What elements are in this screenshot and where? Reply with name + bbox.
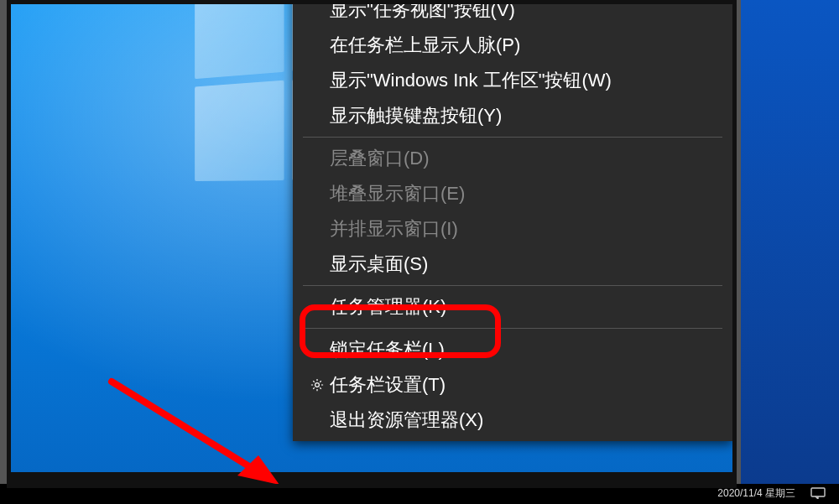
menu-item-show-windows-ink[interactable]: 显示"Windows Ink 工作区"按钮(W) bbox=[293, 63, 732, 98]
menu-divider bbox=[303, 285, 722, 286]
taskbar-context-menu: 显示"任务视图"按钮(V) 在任务栏上显示人脉(P) 显示"Windows In… bbox=[293, 0, 732, 441]
clock-text: 2020/11/4 星期三 bbox=[717, 486, 795, 501]
empty-icon bbox=[305, 247, 330, 282]
empty-icon bbox=[305, 332, 330, 367]
menu-item-label: 显示"Windows Ink 工作区"按钮(W) bbox=[330, 63, 721, 98]
menu-item-label: 任务栏设置(T) bbox=[330, 367, 721, 403]
menu-item-label: 退出资源管理器(X) bbox=[330, 403, 721, 438]
menu-item-stack-windows: 堆叠显示窗口(E) bbox=[293, 176, 732, 211]
menu-item-label: 显示"任务视图"按钮(V) bbox=[330, 0, 721, 28]
empty-icon bbox=[305, 141, 330, 176]
menu-item-show-desktop[interactable]: 显示桌面(S) bbox=[293, 247, 732, 282]
svg-rect-0 bbox=[811, 488, 825, 496]
menu-item-show-taskview[interactable]: 显示"任务视图"按钮(V) bbox=[293, 0, 732, 28]
menu-item-label: 任务管理器(K) bbox=[330, 289, 721, 325]
menu-item-label: 显示桌面(S) bbox=[330, 247, 721, 282]
menu-item-label: 堆叠显示窗口(E) bbox=[330, 176, 721, 211]
empty-icon bbox=[305, 98, 330, 133]
menu-item-cascade-windows: 层叠窗口(D) bbox=[293, 141, 732, 176]
empty-icon bbox=[305, 0, 330, 28]
menu-item-exit-explorer[interactable]: 退出资源管理器(X) bbox=[293, 403, 732, 438]
empty-icon bbox=[305, 28, 330, 63]
gear-icon bbox=[305, 367, 330, 403]
screenshot-frame: 显示"任务视图"按钮(V) 在任务栏上显示人脉(P) 显示"Windows In… bbox=[7, 0, 737, 488]
menu-divider bbox=[303, 328, 722, 329]
notification-icon[interactable] bbox=[810, 487, 826, 499]
menu-item-taskbar-settings[interactable]: 任务栏设置(T) bbox=[293, 367, 732, 403]
menu-item-label: 锁定任务栏(L) bbox=[330, 332, 721, 367]
menu-item-task-manager[interactable]: 任务管理器(K) bbox=[293, 289, 732, 325]
empty-icon bbox=[305, 403, 330, 438]
empty-icon bbox=[305, 289, 330, 325]
menu-item-label: 在任务栏上显示人脉(P) bbox=[330, 28, 721, 63]
menu-item-label: 并排显示窗口(I) bbox=[330, 211, 721, 247]
taskbar[interactable] bbox=[11, 472, 732, 484]
menu-item-sidebyside-windows: 并排显示窗口(I) bbox=[293, 211, 732, 247]
menu-divider bbox=[303, 137, 722, 138]
menu-item-lock-taskbar[interactable]: 锁定任务栏(L) bbox=[293, 332, 732, 367]
empty-icon bbox=[305, 176, 330, 211]
svg-point-1 bbox=[315, 383, 320, 387]
menu-item-label: 层叠窗口(D) bbox=[330, 141, 721, 176]
menu-item-show-people[interactable]: 在任务栏上显示人脉(P) bbox=[293, 28, 732, 63]
menu-item-label: 显示触摸键盘按钮(Y) bbox=[330, 98, 721, 133]
empty-icon bbox=[305, 211, 330, 247]
empty-icon bbox=[305, 63, 330, 98]
menu-item-show-touch-keyboard[interactable]: 显示触摸键盘按钮(Y) bbox=[293, 98, 732, 133]
right-background-strip bbox=[741, 0, 839, 484]
